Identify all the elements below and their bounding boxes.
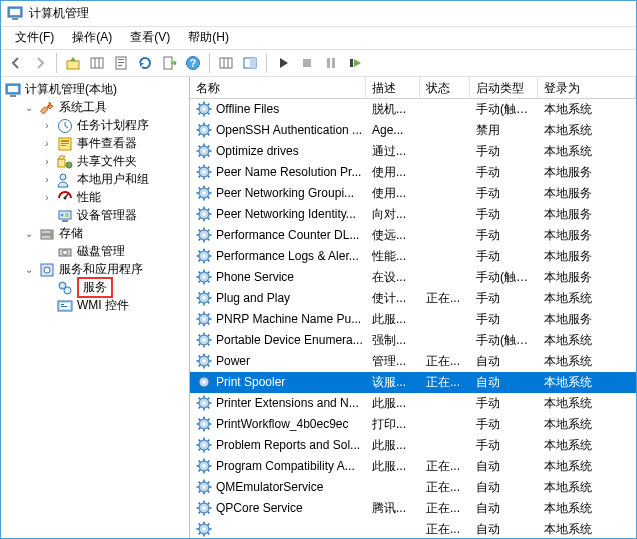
users-icon: [57, 172, 73, 188]
service-desc: 在设...: [366, 267, 420, 288]
tree-label: 共享文件夹: [77, 153, 137, 170]
columns-button[interactable]: [86, 52, 108, 74]
refresh-button[interactable]: [134, 52, 156, 74]
start-service-button[interactable]: [272, 52, 294, 74]
tree-label: 系统工具: [59, 99, 107, 116]
service-row[interactable]: Plug and Play使计...正在...手动本地系统: [190, 288, 636, 309]
col-name[interactable]: 名称: [190, 77, 366, 98]
service-logon: 本地系统: [538, 330, 636, 351]
tree-label: 性能: [77, 189, 101, 206]
service-logon: 本地服务: [538, 225, 636, 246]
tree-disk-mgmt[interactable]: 磁盘管理: [37, 243, 189, 261]
service-logon: 本地服务: [538, 162, 636, 183]
expand-icon[interactable]: ⌄: [23, 264, 35, 275]
tree-services[interactable]: 服务: [37, 279, 189, 297]
menu-help[interactable]: 帮助(H): [180, 27, 237, 48]
disk-icon: [57, 244, 73, 260]
service-row[interactable]: QPCore Service腾讯...正在...自动本地系统: [190, 498, 636, 519]
service-row[interactable]: Peer Networking Groupi...使用...手动本地服务: [190, 183, 636, 204]
service-desc: 使用...: [366, 183, 420, 204]
expand-icon[interactable]: ›: [41, 138, 53, 149]
expand-icon[interactable]: ›: [41, 156, 53, 167]
menu-file[interactable]: 文件(F): [7, 27, 62, 48]
gear-icon: [196, 437, 212, 453]
service-startup: 手动: [470, 393, 538, 414]
service-row[interactable]: QMEmulatorService正在...自动本地系统: [190, 477, 636, 498]
service-logon: 本地系统: [538, 435, 636, 456]
col-desc[interactable]: 描述: [366, 77, 420, 98]
properties-button[interactable]: [110, 52, 132, 74]
back-button[interactable]: [5, 52, 27, 74]
tree-task-scheduler[interactable]: ›任务计划程序: [37, 117, 189, 135]
col-logon[interactable]: 登录为: [538, 77, 636, 98]
service-row[interactable]: Printer Extensions and N...此服...手动本地系统: [190, 393, 636, 414]
tree-device-manager[interactable]: 设备管理器: [37, 207, 189, 225]
hide-pane-button[interactable]: [215, 52, 237, 74]
menu-view[interactable]: 查看(V): [122, 27, 178, 48]
rows-container[interactable]: Offline Files脱机...手动(触发...本地系统OpenSSH Au…: [190, 99, 636, 538]
expand-icon[interactable]: ›: [41, 192, 53, 203]
service-status: [420, 338, 470, 342]
expand-icon[interactable]: ›: [41, 174, 53, 185]
services-icon: [57, 280, 73, 296]
service-row[interactable]: PNRP Machine Name Pu...此服...手动本地服务: [190, 309, 636, 330]
col-startup[interactable]: 启动类型: [470, 77, 538, 98]
export-button[interactable]: [158, 52, 180, 74]
toolbar: [1, 49, 636, 77]
service-row[interactable]: Portable Device Enumera...强制...手动(触发...本…: [190, 330, 636, 351]
service-logon: 本地服务: [538, 246, 636, 267]
tree-system-tools[interactable]: ⌄ 系统工具: [19, 99, 189, 117]
service-row[interactable]: 正在...自动本地系统: [190, 519, 636, 538]
show-pane-button[interactable]: [239, 52, 261, 74]
tools-icon: [39, 100, 55, 116]
tree-wmi[interactable]: WMI 控件: [37, 297, 189, 315]
service-row[interactable]: Performance Counter DL...使远...手动本地服务: [190, 225, 636, 246]
service-row[interactable]: Peer Networking Identity...向对...手动本地服务: [190, 204, 636, 225]
col-status[interactable]: 状态: [420, 77, 470, 98]
help-button[interactable]: [182, 52, 204, 74]
expand-icon[interactable]: ⌄: [23, 228, 35, 239]
gear-icon: [196, 164, 212, 180]
service-row[interactable]: PrintWorkflow_4b0ec9ec打印...手动本地系统: [190, 414, 636, 435]
expand-icon[interactable]: ›: [41, 120, 53, 131]
tree-event-viewer[interactable]: ›事件查看器: [37, 135, 189, 153]
up-button[interactable]: [62, 52, 84, 74]
service-row[interactable]: Performance Logs & Aler...性能...手动本地服务: [190, 246, 636, 267]
tree-storage[interactable]: ⌄ 存储: [19, 225, 189, 243]
menu-action[interactable]: 操作(A): [64, 27, 120, 48]
service-row[interactable]: Print Spooler该服...正在...自动本地系统: [190, 372, 636, 393]
nav-tree[interactable]: 计算机管理(本地) ⌄ 系统工具 ›任务计划程序 ›事件查看器 ›共享文: [1, 77, 190, 538]
service-row[interactable]: Optimize drives通过...手动本地系统: [190, 141, 636, 162]
service-name: Peer Networking Identity...: [216, 207, 356, 221]
service-row[interactable]: Program Compatibility A...此服...正在...自动本地…: [190, 456, 636, 477]
service-row[interactable]: Problem Reports and Sol...此服...手动本地系统: [190, 435, 636, 456]
service-logon: 本地系统: [538, 99, 636, 120]
expand-icon[interactable]: ⌄: [23, 102, 35, 113]
restart-service-button[interactable]: [344, 52, 366, 74]
service-desc: 强制...: [366, 330, 420, 351]
service-row[interactable]: Offline Files脱机...手动(触发...本地系统: [190, 99, 636, 120]
tree-label: 本地用户和组: [77, 171, 149, 188]
service-row[interactable]: Power管理...正在...自动本地系统: [190, 351, 636, 372]
tree-local-users[interactable]: ›本地用户和组: [37, 171, 189, 189]
service-logon: 本地系统: [538, 288, 636, 309]
gear-icon: [196, 332, 212, 348]
service-startup: 手动(触发...: [470, 330, 538, 351]
service-logon: 本地服务: [538, 267, 636, 288]
service-row[interactable]: OpenSSH Authentication ...Age...禁用本地系统: [190, 120, 636, 141]
service-status: [420, 422, 470, 426]
window: 计算机管理 文件(F) 操作(A) 查看(V) 帮助(H) 计算机管理(: [0, 0, 637, 539]
gear-icon: [196, 353, 212, 369]
tree-root[interactable]: 计算机管理(本地): [1, 81, 189, 99]
tree-services-apps[interactable]: ⌄ 服务和应用程序: [19, 261, 189, 279]
service-status: 正在...: [420, 372, 470, 393]
tree-performance[interactable]: ›性能: [37, 189, 189, 207]
gear-icon: [196, 290, 212, 306]
service-desc: [366, 485, 420, 489]
service-row[interactable]: Phone Service在设...手动(触发...本地服务: [190, 267, 636, 288]
service-status: [420, 170, 470, 174]
service-status: [420, 107, 470, 111]
service-logon: 本地系统: [538, 120, 636, 141]
service-row[interactable]: Peer Name Resolution Pr...使用...手动本地服务: [190, 162, 636, 183]
tree-shared-folders[interactable]: ›共享文件夹: [37, 153, 189, 171]
